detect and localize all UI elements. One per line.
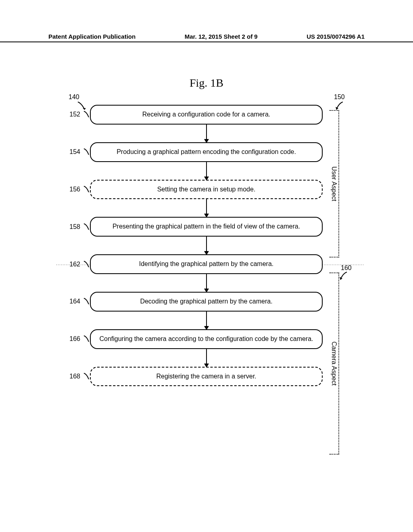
step-ref: 166: [65, 335, 83, 343]
flow-arrow: [90, 125, 323, 142]
step-ref: 164: [65, 298, 83, 305]
header-center: Mar. 12, 2015 Sheet 2 of 9: [185, 33, 258, 40]
ref-connector-icon: [83, 297, 90, 306]
arrow-down-icon: [206, 162, 207, 180]
aspect-user-label: User Aspect: [330, 164, 338, 204]
ref-140: 140: [69, 94, 79, 101]
ref-connector-icon: [83, 222, 90, 231]
ref-connector-icon: [83, 335, 90, 343]
step-box: Registering the camera in a server.: [90, 367, 323, 387]
ref-connector-icon: [83, 110, 90, 119]
step-box: Presenting the graphical pattern in the …: [90, 217, 323, 237]
flow-step: 168Registering the camera in a server.: [65, 367, 323, 387]
arrow-down-icon: [206, 274, 207, 292]
arrow-down-icon: [206, 125, 207, 142]
flow-arrow: [90, 162, 323, 180]
arrow-down-icon: [206, 349, 207, 367]
step-ref: 158: [65, 223, 83, 231]
step-ref: 152: [65, 111, 83, 118]
step-box: Decoding the graphical pattern by the ca…: [90, 292, 323, 312]
step-box: Setting the camera in setup mode.: [90, 180, 323, 200]
step-ref: 168: [65, 373, 83, 380]
step-box: Receiving a configuration code for a cam…: [90, 105, 323, 125]
step-box: Configuring the camera according to the …: [90, 329, 323, 349]
step-ref: 154: [65, 148, 83, 156]
ref-connector-icon: [83, 148, 90, 156]
flow-step: 164Decoding the graphical pattern by the…: [65, 292, 323, 312]
header-right: US 2015/0074296 A1: [307, 33, 365, 40]
figure-title: Fig. 1B: [0, 77, 413, 89]
step-ref: 156: [65, 186, 83, 193]
flow-step: 166Configuring the camera according to t…: [65, 329, 323, 349]
flow-arrow: [90, 199, 323, 217]
arrow-down-icon: [206, 237, 207, 254]
flow-step: 158Presenting the graphical pattern in t…: [65, 217, 323, 237]
step-box: Producing a graphical pattern encoding t…: [90, 142, 323, 162]
flow-arrow: [90, 237, 323, 254]
aspect-camera-bracket: Camera Aspect: [330, 272, 339, 455]
step-ref: 162: [65, 261, 83, 268]
ref-connector-icon: [83, 185, 90, 194]
arrow-down-icon: [206, 199, 207, 217]
ref-arrow-icon: [339, 271, 351, 282]
flow-step: 152Receiving a configuration code for a …: [65, 105, 323, 125]
flow-arrow: [90, 274, 323, 292]
header-left: Patent Application Publication: [48, 33, 136, 40]
flow-step: 156Setting the camera in setup mode.: [65, 180, 323, 200]
flow-step: 162Identifying the graphical pattern by …: [65, 254, 323, 274]
flow-step: 154Producing a graphical pattern encodin…: [65, 142, 323, 162]
aspect-camera-label: Camera Aspect: [330, 339, 338, 388]
step-box: Identifying the graphical pattern by the…: [90, 254, 323, 274]
flow-arrow: [90, 312, 323, 329]
page-header: Patent Application Publication Mar. 12, …: [0, 33, 413, 42]
flowchart: 152Receiving a configuration code for a …: [65, 105, 323, 386]
flow-arrow: [90, 349, 323, 367]
arrow-down-icon: [206, 312, 207, 329]
ref-connector-icon: [83, 372, 90, 381]
ref-150: 150: [334, 94, 345, 101]
aspect-user-bracket: User Aspect: [330, 110, 339, 258]
ref-connector-icon: [83, 260, 90, 269]
